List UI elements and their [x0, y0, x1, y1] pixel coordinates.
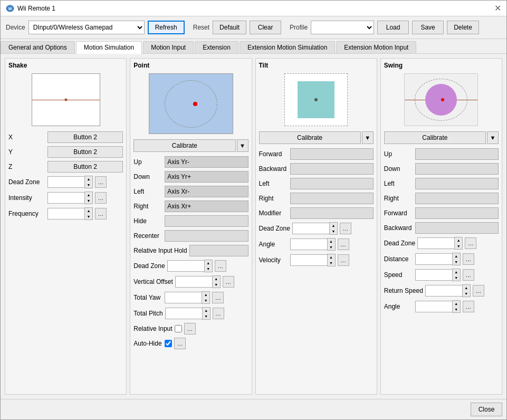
point-tpitch-down[interactable]: ▼	[203, 313, 210, 319]
swing-speed-dots[interactable]: …	[463, 269, 474, 281]
tilt-calibrate-arrow[interactable]: ▼	[362, 131, 374, 144]
tab-motion-simulation[interactable]: Motion Simulation	[76, 41, 142, 54]
swing-speed-down[interactable]: ▼	[453, 275, 460, 281]
tab-general[interactable]: General and Options	[1, 41, 75, 53]
point-autohide-dots[interactable]: …	[174, 338, 186, 349]
save-button[interactable]: Save	[412, 21, 444, 34]
tilt-angle-up[interactable]: ▲	[328, 238, 335, 244]
point-tpitch-dots[interactable]: …	[213, 308, 224, 319]
point-hide-input[interactable]	[165, 215, 248, 227]
swing-right-input[interactable]	[415, 193, 499, 204]
shake-z-button[interactable]: Button 2	[47, 161, 123, 173]
tilt-deadzone-dots[interactable]: …	[340, 223, 351, 234]
tilt-angle-dots[interactable]: …	[338, 238, 349, 250]
tilt-calibrate-button[interactable]: Calibrate	[259, 131, 361, 144]
tilt-left-input[interactable]	[290, 178, 374, 189]
swing-forward-input[interactable]	[415, 207, 499, 219]
tilt-velocity-input[interactable]: 7.00 Hz	[290, 254, 327, 266]
swing-angle-input[interactable]: 90.00 °	[415, 301, 452, 312]
point-left-input[interactable]: Axis Xr-	[165, 186, 248, 197]
tilt-angle-input[interactable]: 85.00 °	[290, 238, 327, 250]
tilt-velocity-down[interactable]: ▼	[328, 260, 335, 266]
swing-retspeed-dots[interactable]: …	[473, 285, 484, 297]
point-right-input[interactable]: Axis Xr+	[165, 201, 248, 212]
point-autohide-checkbox[interactable]	[165, 340, 172, 347]
swing-calibrate-button[interactable]: Calibrate	[384, 131, 486, 144]
point-deadzone-up[interactable]: ▲	[205, 260, 212, 266]
device-select[interactable]: DInput/0/Wireless Gamepad	[28, 21, 145, 34]
swing-angle-up[interactable]: ▲	[453, 301, 460, 307]
point-recenter-input[interactable]	[165, 230, 248, 242]
tilt-angle-down[interactable]: ▼	[328, 244, 335, 250]
tab-ext-motion-sim[interactable]: Extension Motion Simulation	[240, 41, 335, 53]
tilt-right-input[interactable]	[290, 193, 374, 204]
point-calibrate-arrow[interactable]: ▼	[237, 139, 248, 152]
point-tpitch-input[interactable]: 15.00 °	[165, 308, 202, 319]
load-button[interactable]: Load	[377, 21, 409, 34]
point-relinput-dots[interactable]: …	[184, 323, 196, 335]
tab-extension[interactable]: Extension	[195, 41, 238, 53]
swing-speed-input[interactable]: 16.00 m/s	[415, 269, 452, 281]
point-tpitch-up[interactable]: ▲	[203, 308, 210, 313]
point-deadzone-down[interactable]: ▼	[205, 266, 212, 272]
tilt-velocity-up[interactable]: ▲	[328, 254, 335, 260]
profile-select[interactable]	[311, 21, 374, 34]
tilt-deadzone-input[interactable]: 0.00 %	[292, 223, 329, 234]
swing-deadzone-down[interactable]: ▼	[455, 243, 462, 249]
swing-deadzone-dots[interactable]: …	[465, 237, 476, 249]
point-deadzone-dots[interactable]: …	[215, 260, 226, 272]
point-tyaw-down[interactable]: ▼	[202, 298, 209, 303]
point-voffset-up[interactable]: ▲	[213, 276, 220, 282]
tab-motion-input[interactable]: Motion Input	[143, 41, 194, 53]
point-voffset-input[interactable]: 10.00 cm	[175, 276, 212, 288]
point-relinput-checkbox[interactable]	[175, 325, 182, 332]
shake-intensity-input[interactable]: 10.00 cm	[47, 192, 84, 204]
tilt-deadzone-up[interactable]: ▲	[330, 223, 337, 228]
point-down-input[interactable]: Axis Yr+	[165, 171, 248, 183]
swing-down-input[interactable]	[415, 163, 499, 175]
shake-deadzone-up[interactable]: ▲	[85, 176, 92, 182]
default-button[interactable]: Default	[213, 21, 246, 34]
tilt-deadzone-down[interactable]: ▼	[330, 228, 337, 234]
swing-calibrate-arrow[interactable]: ▼	[487, 131, 499, 144]
swing-deadzone-up[interactable]: ▲	[455, 237, 462, 243]
point-tyaw-up[interactable]: ▲	[202, 292, 209, 298]
swing-backward-input[interactable]	[415, 222, 499, 234]
point-calibrate-button[interactable]: Calibrate	[133, 139, 235, 152]
shake-frequency-input[interactable]: 6.00 Hz	[47, 208, 84, 219]
swing-left-input[interactable]	[415, 178, 499, 189]
swing-speed-up[interactable]: ▲	[453, 269, 460, 275]
swing-retspeed-input[interactable]: 2.00 m/s	[425, 285, 462, 297]
tilt-modifier-input[interactable]	[290, 207, 374, 219]
tilt-forward-input[interactable]	[290, 148, 374, 160]
shake-frequency-down[interactable]: ▼	[85, 214, 92, 219]
point-relhold-input[interactable]	[189, 245, 248, 256]
swing-deadzone-input[interactable]: 0.00 %	[417, 237, 454, 249]
close-button[interactable]: Close	[471, 403, 502, 416]
swing-distance-up[interactable]: ▲	[453, 253, 460, 259]
shake-deadzone-input[interactable]: 0.00 %	[47, 176, 84, 188]
shake-intensity-down[interactable]: ▼	[85, 198, 92, 204]
point-tyaw-input[interactable]: 15.00 °	[165, 292, 202, 303]
close-button[interactable]: ✕	[494, 3, 501, 13]
shake-y-button[interactable]: Button 2	[47, 146, 123, 158]
shake-frequency-dots[interactable]: …	[95, 208, 107, 219]
shake-deadzone-dots[interactable]: …	[95, 176, 107, 188]
swing-distance-input[interactable]: 50.00 cm	[415, 253, 452, 265]
refresh-button[interactable]: Refresh	[148, 21, 185, 34]
swing-angle-down[interactable]: ▼	[453, 307, 460, 312]
point-up-input[interactable]: Axis Yr-	[165, 156, 248, 168]
swing-distance-dots[interactable]: …	[463, 253, 474, 265]
swing-retspeed-up[interactable]: ▲	[463, 285, 470, 291]
point-tyaw-dots[interactable]: …	[212, 292, 224, 303]
shake-intensity-dots[interactable]: …	[95, 192, 107, 204]
tab-ext-motion-input[interactable]: Extension Motion Input	[336, 41, 416, 53]
shake-deadzone-down[interactable]: ▼	[85, 182, 92, 188]
tilt-velocity-dots[interactable]: …	[338, 254, 349, 266]
swing-angle-dots[interactable]: …	[463, 301, 474, 312]
shake-intensity-up[interactable]: ▲	[85, 192, 92, 198]
swing-retspeed-down[interactable]: ▼	[463, 291, 470, 297]
clear-button[interactable]: Clear	[250, 21, 281, 34]
swing-up-input[interactable]	[415, 148, 499, 160]
shake-x-button[interactable]: Button 2	[47, 131, 123, 143]
